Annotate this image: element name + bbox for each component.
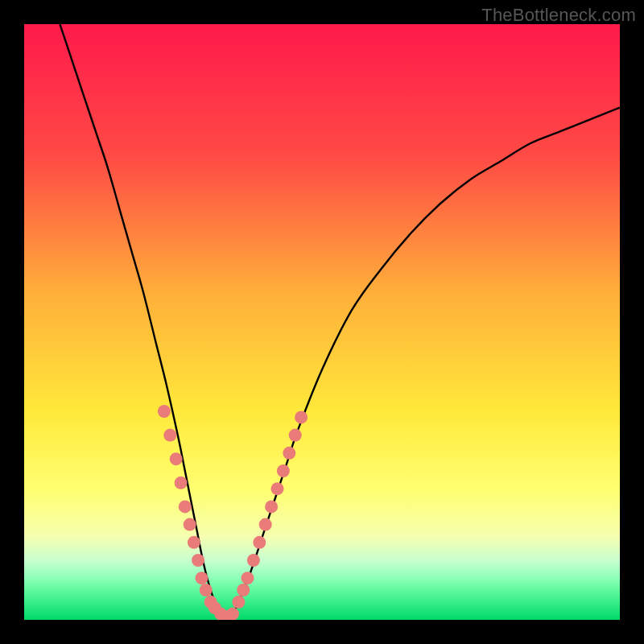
data-marker <box>163 429 176 442</box>
data-marker <box>232 596 245 609</box>
data-marker <box>237 584 250 597</box>
data-marker <box>289 429 302 442</box>
data-marker <box>253 536 266 549</box>
data-marker <box>179 500 192 513</box>
data-marker <box>226 608 239 620</box>
bottleneck-chart <box>24 24 620 620</box>
data-marker <box>259 518 272 531</box>
data-marker <box>158 405 171 418</box>
data-marker <box>200 584 213 597</box>
data-marker <box>184 518 196 531</box>
gradient-background <box>24 24 620 620</box>
data-marker <box>175 477 188 489</box>
data-marker <box>188 536 200 549</box>
data-marker <box>170 452 183 465</box>
chart-frame <box>24 24 620 620</box>
data-marker <box>247 554 260 567</box>
data-marker <box>196 572 208 584</box>
data-marker <box>277 464 290 477</box>
data-marker <box>242 572 254 584</box>
data-marker <box>265 500 278 513</box>
data-marker <box>283 447 295 460</box>
watermark-text: TheBottleneck.com <box>481 5 636 26</box>
data-marker <box>271 482 284 495</box>
data-marker <box>295 411 308 423</box>
data-marker <box>192 554 204 567</box>
